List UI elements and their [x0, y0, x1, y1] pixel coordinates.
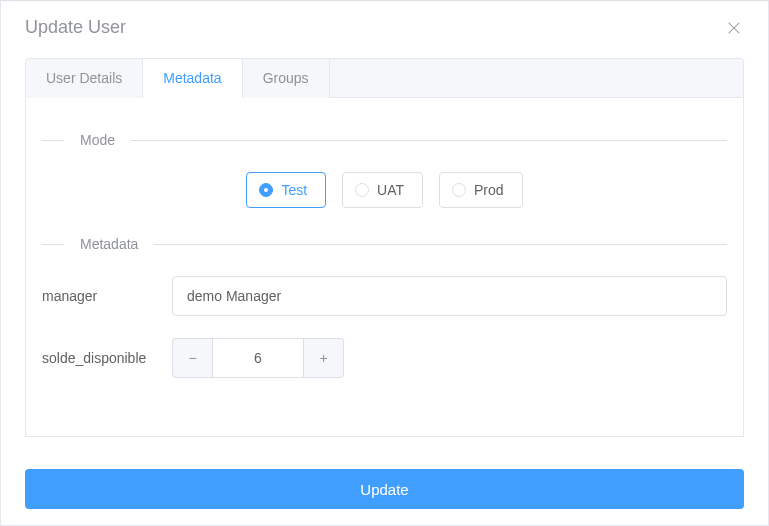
- mode-option-prod[interactable]: Prod: [439, 172, 523, 208]
- section-label: Mode: [64, 132, 131, 148]
- close-icon: [727, 21, 741, 35]
- radio-icon: [259, 183, 273, 197]
- dialog-header: Update User: [1, 1, 768, 48]
- radio-icon: [355, 183, 369, 197]
- mode-option-uat[interactable]: UAT: [342, 172, 423, 208]
- stepper-decrement-button[interactable]: −: [172, 338, 212, 378]
- divider-line: [131, 140, 727, 141]
- tab-content: Mode Test UAT Prod Metadata: [25, 98, 744, 437]
- update-user-dialog: Update User User Details Metadata Groups…: [0, 0, 769, 526]
- radio-label: UAT: [377, 182, 404, 198]
- form-row-solde: solde_disponible − +: [42, 338, 727, 378]
- plus-icon: +: [319, 350, 327, 366]
- radio-label: Prod: [474, 182, 504, 198]
- solde-label: solde_disponible: [42, 350, 172, 366]
- tabs: User Details Metadata Groups: [25, 58, 744, 98]
- radio-icon: [452, 183, 466, 197]
- minus-icon: −: [188, 350, 196, 366]
- stepper-increment-button[interactable]: +: [304, 338, 344, 378]
- divider-line: [42, 140, 64, 141]
- solde-input[interactable]: [212, 338, 304, 378]
- divider-line: [154, 244, 727, 245]
- mode-option-test[interactable]: Test: [246, 172, 326, 208]
- tab-label: Groups: [263, 70, 309, 86]
- manager-label: manager: [42, 288, 172, 304]
- mode-radio-group: Test UAT Prod: [42, 172, 727, 208]
- form-row-manager: manager: [42, 276, 727, 316]
- tab-label: Metadata: [163, 70, 221, 86]
- dialog-body: User Details Metadata Groups Mode Test: [1, 48, 768, 449]
- tab-user-details[interactable]: User Details: [26, 59, 143, 98]
- solde-stepper: − +: [172, 338, 344, 378]
- dialog-title: Update User: [25, 17, 126, 38]
- manager-input[interactable]: [172, 276, 727, 316]
- tab-label: User Details: [46, 70, 122, 86]
- dialog-footer: Update: [1, 449, 768, 525]
- tab-groups[interactable]: Groups: [243, 59, 330, 98]
- radio-label: Test: [281, 182, 307, 198]
- tab-metadata[interactable]: Metadata: [143, 59, 242, 98]
- update-button[interactable]: Update: [25, 469, 744, 509]
- section-label: Metadata: [64, 236, 154, 252]
- divider-line: [42, 244, 64, 245]
- close-button[interactable]: [724, 18, 744, 38]
- section-divider-metadata: Metadata: [42, 236, 727, 252]
- section-divider-mode: Mode: [42, 132, 727, 148]
